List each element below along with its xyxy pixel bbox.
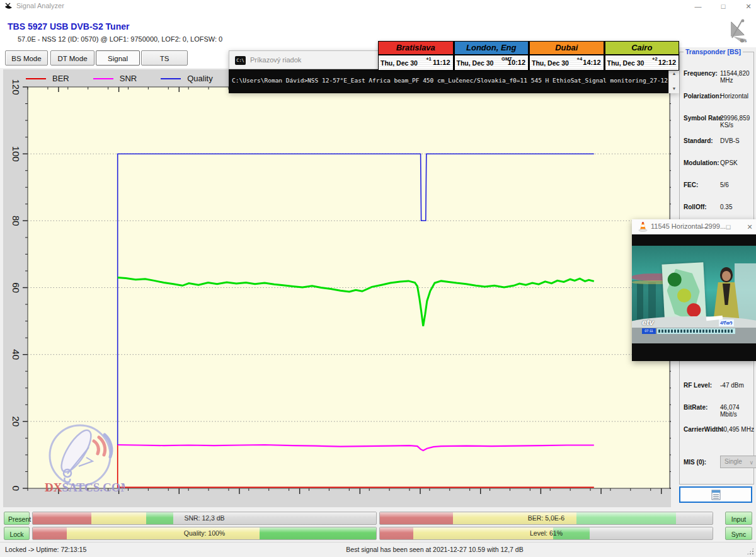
console-scrollbar[interactable]: ▲ ▼ [668,69,679,93]
snr-gauge: SNR: 12,3 dB [32,512,377,525]
input-ts-button[interactable]: Input TS [725,512,752,525]
console-command-line: C:\Users\Roman Dávid>NSS 12-57°E_East Af… [232,77,668,84]
svg-text:0: 0 [11,486,21,491]
signal-mon-button[interactable]: Signal Mon. [96,50,140,66]
scroll-down-icon[interactable]: ▼ [669,84,679,93]
video-titlebar[interactable]: 11545 Horizontal 2999... — □ ✕ [632,219,756,235]
etv-logo: etv [642,318,654,327]
app-icon [4,2,13,11]
svg-text:100: 100 [11,146,21,162]
ts-analyzer-button[interactable]: TS Analyzer (OK) [141,50,188,66]
console-title: Príkazový riadok [250,56,301,64]
dt-mode-button[interactable]: DT Mode [50,50,94,66]
present-button[interactable]: Present [4,512,30,525]
clock-london: London, Eng Thu, Dec 30 GMT 10:12 [454,41,529,71]
minimize-button[interactable]: — [685,0,711,13]
svg-text:DXSATCS.COM: DXSATCS.COM [45,481,125,494]
tuner-subtitle: 57.0E - NSS 12 (ID: 0570) @ LOF1: 975000… [18,35,222,43]
cmd-icon: C:\ [235,56,246,65]
clock-bratislava: Bratislava Thu, Dec 30 +1 11:12 [378,41,454,71]
resize-grip[interactable] [747,548,754,555]
video-minimize-button[interactable]: — [695,219,714,234]
svg-text:80: 80 [11,215,21,226]
fec-value: 5/6 [720,181,729,188]
time-badge: 07:11 [642,328,656,334]
polarization-value: Horizontal [720,93,748,100]
ts-list-button[interactable] [679,486,752,503]
quality-gauge: Quality: 100% [32,527,377,540]
console-body: C:\Users\Roman Dávid>NSS 12-57°E_East Af… [229,69,679,93]
mis-dropdown[interactable]: Single ∨ [720,456,756,468]
svg-text:40: 40 [11,349,21,360]
svg-text:60: 60 [11,282,21,293]
vlc-video-window: 11545 Horizontal 2999... — □ ✕ [632,219,756,361]
lock-uptime-status: Locked -> Uptime: 72:13:15 [5,546,86,553]
rolloff-value: 0.35 [720,204,732,210]
tbs-satellite-logo: tbs [723,18,752,47]
video-content: etv 07:11 4ኛወን [632,234,756,361]
app-titlebar[interactable]: Signal Analyzer — □ ✕ [0,0,756,13]
symbol-rate-value: 29996,859 KS/s [720,115,755,129]
video-close-button[interactable]: ✕ [740,219,756,234]
modulation-value: QPSK [720,159,738,166]
lock-button[interactable]: Lock [4,527,30,540]
app-title: Signal Analyzer [16,2,64,9]
standard-value: DVB-S [720,137,740,144]
video-title: 11545 Horizontal 2999... [651,222,726,230]
video-maximize-button[interactable]: □ [719,219,738,234]
list-icon [711,490,721,500]
sync-ts-button[interactable]: Sync TS [725,527,752,540]
svg-text:120: 120 [11,79,21,95]
signal-chart-widget: BER SNR Quality Level 020406080100120 DX… [3,69,671,507]
world-clocks-window: Bratislava Thu, Dec 30 +1 11:12 London, … [378,41,679,71]
tuner-title: TBS 5927 USB DVB-S2 Tuner [8,21,129,32]
ber-gauge: BER: 5,0E-6 [379,512,713,525]
level-gauge: Level: 61% [379,527,713,540]
svg-text:20: 20 [11,416,21,427]
dxsatcs-watermark-logo: DXSATCS.COM [40,421,125,497]
rf-level-value: -47 dBm [720,382,744,389]
frequency-value: 11544,820 MHz [720,70,755,84]
news-studio-scene: etv 07:11 4ኛወን [632,246,756,343]
maximize-button[interactable]: □ [711,0,736,13]
carrier-width-value: 40,495 MHz [720,426,754,433]
chevron-down-icon: ∨ [749,457,753,468]
status-bar: Locked -> Uptime: 72:13:15 Best signal h… [0,542,756,557]
bs-mode-button[interactable]: BS Mode [5,50,48,66]
vlc-cone-icon [638,222,648,232]
clock-dubai: Dubai Thu, Dec 30 +4 14:12 [529,41,604,71]
clock-cairo: Cairo Thu, Dec 30 +2 12:12 [604,41,680,71]
svg-text:tbs: tbs [740,38,747,43]
best-signal-status: Best signal has been seen at 2021-12-27 … [346,546,523,553]
close-button[interactable]: ✕ [736,0,756,13]
news-ticker [657,328,735,334]
bitrate-value: 46,074 Mbit/s [720,404,755,418]
groupbox-title: Transponder [BS] [684,48,743,55]
channel-4-badge: 4ኛወን [719,319,734,326]
bottom-gauges: Present Lock SNR: 12,3 dB Quality: 100% … [0,509,756,542]
